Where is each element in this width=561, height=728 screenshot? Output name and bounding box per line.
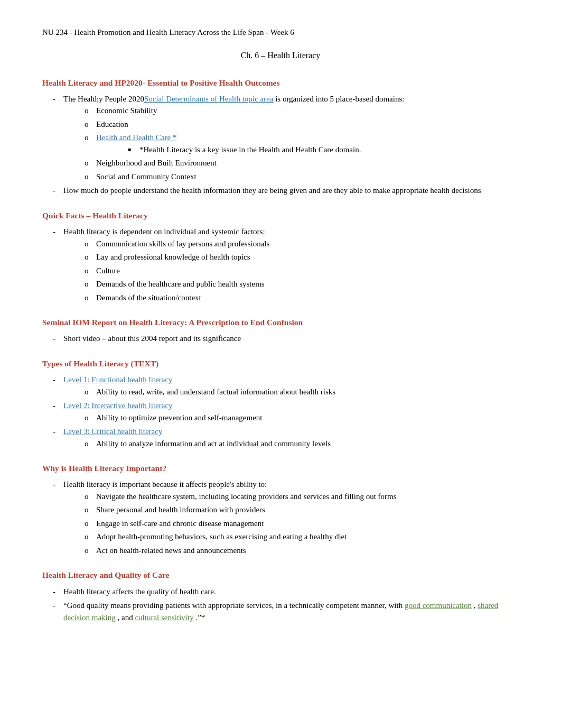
interactive-detail-list: Ability to optimize prevention and self-… [63, 412, 519, 424]
domain-social: Social and Community Context [85, 171, 519, 183]
quickfacts-factors-list: Communication skills of lay persons and … [63, 238, 519, 304]
section-hp2020-heading: Health Literacy and HP2020- Essential to… [42, 77, 519, 89]
factor-demands-healthcare: Demands of the healthcare and public hea… [85, 278, 519, 290]
interactive-link[interactable]: Level 2: Interactive health literacy [63, 401, 173, 410]
factor-demands-situation: Demands of the situation/context [85, 292, 519, 304]
healthy-people-suffix: is organized into 5 place-based domains: [273, 95, 404, 103]
social-determinants-link[interactable]: Social Determinants of Health topic area [144, 95, 274, 103]
factor-culture: Culture [85, 265, 519, 277]
health-care-subnote: *Health Literacy is a key issue in the H… [96, 144, 519, 156]
section-quality-heading: Health Literacy and Quality of Care [42, 569, 519, 581]
functional-detail: Ability to read, write, and understand f… [85, 386, 519, 398]
why-adopt: Adopt health-promoting behaviors, such a… [85, 531, 519, 543]
healthy-people-prefix: The Healthy People 2020 [63, 95, 144, 103]
section-quick-facts-heading: Quick Facts – Health Literacy [42, 209, 519, 222]
course-title: NU 234 - Health Promotion and Health Lit… [42, 26, 519, 39]
hp2020-dash-list: The Healthy People 2020Social Determinan… [42, 93, 519, 197]
good-communication-link[interactable]: good communication [405, 601, 472, 610]
why-engage: Engage in self-care and chronic disease … [85, 518, 519, 530]
functional-link[interactable]: Level 1: Functional health literacy [63, 375, 173, 384]
quality-item2: “Good quality means providing patients w… [53, 600, 519, 623]
domain-health: Health and Health Care * *Health Literac… [85, 132, 519, 155]
section-iom-heading: Seminal IOM Report on Health Literacy: A… [42, 316, 519, 328]
hp2020-item1: The Healthy People 2020Social Determinan… [53, 93, 519, 183]
section-quality: Health Literacy and Quality of Care Heal… [42, 569, 519, 623]
critical-link[interactable]: Level 3: Critical health literacy [63, 427, 162, 436]
types-dash-list: Level 1: Functional health literacy Abil… [42, 374, 519, 449]
critical-detail-list: Ability to analyze information and act a… [63, 438, 519, 450]
section-types-heading: Types of Health Literacy (TEXT) [42, 357, 519, 370]
type-functional: Level 1: Functional health literacy Abil… [53, 374, 519, 398]
functional-detail-list: Ability to read, write, and understand f… [63, 386, 519, 398]
interactive-detail: Ability to optimize prevention and self-… [85, 412, 519, 424]
why-item1: Health literacy is important because it … [53, 478, 519, 556]
section-why: Why is Health Literacy Important? Health… [42, 462, 519, 556]
quickfacts-item1: Health literacy is dependent on individu… [53, 226, 519, 303]
quickfacts-dash-list: Health literacy is dependent on individu… [42, 226, 519, 303]
domain-list: Economic Stability Education Health and … [63, 105, 519, 182]
iom-dash-list: Short video – about this 2004 report and… [42, 333, 519, 345]
type-interactive: Level 2: Interactive health literacy Abi… [53, 400, 519, 423]
factor-knowledge: Lay and professional knowledge of health… [85, 251, 519, 263]
why-act: Act on health-related news and announcem… [85, 545, 519, 557]
critical-detail: Ability to analyze information and act a… [85, 438, 519, 450]
factor-communication: Communication skills of lay persons and … [85, 238, 519, 250]
quality-dash-list: Health literacy affects the quality of h… [42, 586, 519, 624]
section-types: Types of Health Literacy (TEXT) Level 1:… [42, 357, 519, 449]
why-ability-list: Navigate the healthcare system, includin… [63, 491, 519, 557]
section-iom: Seminal IOM Report on Health Literacy: A… [42, 316, 519, 345]
why-share: Share personal and health information wi… [85, 504, 519, 516]
domain-neighborhood: Neighborhood and Built Environment [85, 157, 519, 169]
domain-education: Education [85, 118, 519, 131]
iom-item1: Short video – about this 2004 report and… [53, 333, 519, 345]
chapter-title: Ch. 6 – Health Literacy [42, 49, 519, 62]
quality-item1: Health literacy affects the quality of h… [53, 586, 519, 598]
section-hp2020: Health Literacy and HP2020- Essential to… [42, 77, 519, 197]
section-why-heading: Why is Health Literacy Important? [42, 462, 519, 474]
type-critical: Level 3: Critical health literacy Abilit… [53, 426, 519, 449]
why-navigate: Navigate the healthcare system, includin… [85, 491, 519, 503]
why-dash-list: Health literacy is important because it … [42, 478, 519, 556]
health-health-care-link[interactable]: Health and Health Care * [96, 133, 176, 142]
section-quick-facts: Quick Facts – Health Literacy Health lit… [42, 209, 519, 303]
domain-economic: Economic Stability [85, 105, 519, 117]
health-literacy-note: *Health Literacy is a key issue in the H… [128, 144, 519, 156]
cultural-sensitivity-link[interactable]: cultural sensitivity [135, 613, 193, 622]
hp2020-item2: How much do people understand the health… [53, 185, 519, 197]
